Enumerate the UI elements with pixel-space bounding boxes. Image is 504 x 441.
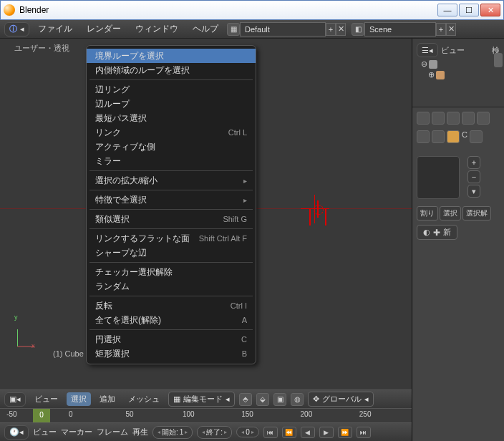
menu-item-5[interactable]: 最短パス選択 [87, 111, 256, 125]
play-button[interactable]: ▶ [319, 427, 334, 438]
scene-browse-icon[interactable]: ◧ [352, 23, 364, 36]
3d-viewport[interactable]: ユーザー・透視 y x (1) [0, 39, 412, 389]
deselect-button[interactable]: 選択解 [462, 206, 491, 220]
menu-item-20[interactable]: ランダム [87, 279, 256, 294]
layout-remove-button[interactable]: ✕ [336, 23, 346, 36]
modifier-tab-icon[interactable] [432, 130, 445, 143]
menu-item-8[interactable]: ミラー [87, 154, 256, 168]
world-tab-icon[interactable] [462, 112, 475, 125]
3d-cursor-h [301, 208, 329, 209]
timeline-ruler[interactable]: 0 -50050100150200250 [0, 408, 412, 422]
material-slot-list[interactable] [417, 156, 460, 199]
menu-item-3[interactable]: 辺リング [87, 82, 256, 97]
select-mode-edge[interactable]: ⬙ [256, 393, 269, 406]
menu-help[interactable]: ヘルプ [187, 21, 224, 37]
menu-item-19[interactable]: チェッカー選択解除 [87, 265, 256, 279]
menu-item-6[interactable]: リンクCtrl L [87, 125, 256, 140]
ruler-tick: 250 [359, 410, 372, 418]
new-material-button[interactable]: ◐✚新 [417, 225, 457, 240]
outliner-view[interactable]: ビュー [441, 45, 465, 56]
keyframe-next-button[interactable]: ⏩ [338, 427, 352, 438]
maximize-button[interactable]: ☐ [459, 4, 479, 16]
pin-icon[interactable] [417, 112, 430, 125]
mode-selector[interactable]: ▦ 編集モード ◂ [168, 392, 235, 407]
scene-icon [429, 60, 437, 69]
layout-add-button[interactable]: + [326, 23, 336, 36]
hdr-select[interactable]: 選択 [67, 392, 91, 406]
menu-item-0[interactable]: 境界ループを選択 [87, 49, 256, 63]
slot-add-button[interactable]: + [467, 156, 480, 169]
select-menu-popup: 境界ループを選択内側領域のループを選択辺リング辺ループ最短パス選択リンクCtrl… [86, 45, 256, 364]
view-perspective-label: ユーザー・透視 [14, 43, 69, 54]
slot-menu-button[interactable]: ▾ [467, 185, 480, 198]
scene-tab-icon[interactable] [447, 112, 460, 125]
outliner-row-scene[interactable]: ⊖ [415, 59, 501, 69]
ruler-tick: 50 [125, 410, 133, 418]
select-button[interactable]: 選択 [440, 206, 461, 220]
menu-item-12[interactable]: 特徴で全選択 [87, 193, 256, 207]
select-mode-vert[interactable]: ⬘ [239, 393, 252, 406]
tl-view[interactable]: ビュー [33, 427, 57, 437]
play-reverse-button[interactable]: ◀ [301, 427, 315, 438]
3d-cursor-v [314, 195, 315, 223]
menu-item-14[interactable]: 類似選択Shift G [87, 212, 256, 226]
select-mode-face[interactable]: ▣ [273, 393, 286, 406]
close-button[interactable]: ✕ [480, 4, 500, 16]
scene-field[interactable]: Scene [364, 22, 436, 37]
menu-render[interactable]: レンダー [81, 21, 127, 37]
ruler-tick: 200 [301, 410, 313, 418]
keyframe-prev-button[interactable]: ⏪ [282, 427, 296, 438]
limit-selection[interactable]: ◍ [291, 393, 304, 406]
scene-remove-button[interactable]: ✕ [446, 23, 456, 36]
data-tab-icon[interactable] [470, 130, 483, 143]
outliner[interactable]: ☰◂ ビュー 検 ⊖ ⊕ [412, 39, 504, 107]
minimize-button[interactable]: — [437, 4, 457, 16]
screen-layout-field[interactable]: Default [240, 22, 326, 37]
menu-item-22[interactable]: 反転Ctrl I [87, 299, 256, 313]
menu-item-26[interactable]: 矩形選択B [87, 346, 256, 361]
menu-window[interactable]: ウィンドウ [130, 21, 184, 37]
constraint-tab-icon[interactable] [417, 130, 430, 143]
editor-type-outliner[interactable]: ☰◂ [417, 43, 438, 57]
blender-logo-icon [4, 4, 15, 16]
menu-item-1[interactable]: 内側領域のループを選択 [87, 63, 256, 77]
jump-start-button[interactable]: ⏮ [263, 427, 278, 438]
menu-item-25[interactable]: 円選択C [87, 332, 256, 346]
3d-cursor-icon [309, 200, 326, 218]
menu-item-16[interactable]: リンクするフラットな面Shift Ctrl Alt F [87, 231, 256, 246]
sphere-icon: ◐ [423, 228, 430, 237]
scene-add-button[interactable]: + [436, 23, 446, 36]
current-frame-marker[interactable]: 0 [33, 409, 50, 422]
material-tab-icon[interactable] [447, 130, 460, 143]
hdr-add[interactable]: 追加 [95, 392, 120, 406]
menu-item-17[interactable]: シャープな辺 [87, 246, 256, 260]
window-titlebar: Blender — ☐ ✕ [0, 0, 504, 20]
hdr-mesh[interactable]: メッシュ [124, 392, 164, 406]
menu-item-10[interactable]: 選択の拡大/縮小 [87, 173, 256, 188]
current-frame-field[interactable]: ◂0▸ [236, 427, 259, 437]
editor-type-3dview[interactable]: ▣◂ [4, 392, 26, 407]
editor-type-selector[interactable]: ⓘ◂ [4, 22, 29, 37]
render-tab-icon[interactable] [432, 112, 445, 125]
hdr-view[interactable]: ビュー [30, 392, 62, 406]
menu-item-4[interactable]: 辺ループ [87, 97, 256, 111]
slot-remove-button[interactable]: − [467, 170, 480, 183]
tl-playback[interactable]: 再生 [132, 427, 148, 437]
assign-button[interactable]: 割り [417, 206, 438, 220]
props-context-tabs [417, 112, 500, 125]
jump-end-button[interactable]: ⏭ [357, 427, 371, 438]
object-tab-icon[interactable] [477, 112, 490, 125]
tl-frame[interactable]: フレーム [97, 427, 128, 437]
axis-gizmo: y x [10, 321, 36, 346]
tl-marker[interactable]: マーカー [61, 427, 92, 437]
editor-type-timeline[interactable]: 🕐◂ [4, 425, 29, 440]
layout-browse-icon[interactable]: ▦ [227, 23, 240, 36]
start-frame-field[interactable]: ◂開始: 1▸ [152, 426, 193, 439]
menu-item-7[interactable]: アクティブな側 [87, 140, 256, 154]
orientation-selector[interactable]: ✥ グローバル ◂ [308, 392, 374, 407]
outliner-row-world[interactable]: ⊕ [415, 69, 501, 80]
end-frame-field[interactable]: ◂終了:▸ [197, 426, 232, 439]
menu-item-23[interactable]: 全てを選択(解除)A [87, 313, 256, 327]
outliner-scrollbar[interactable] [494, 53, 503, 67]
menu-file[interactable]: ファイル [32, 21, 78, 37]
